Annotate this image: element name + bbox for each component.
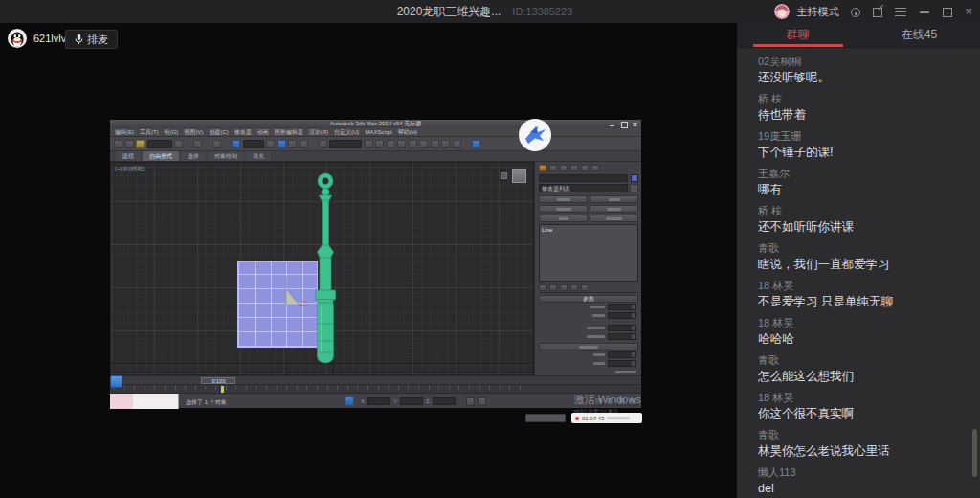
max-captured-window: Autodesk 3ds Max 2014 x64 无标题 编辑(E)工具(T)… (110, 120, 641, 414)
minimize-button[interactable] (919, 6, 930, 17)
modifier-stack: Line (539, 224, 638, 282)
chat-message-author: 桥 桉 (758, 93, 967, 105)
render-frame-icon (441, 140, 450, 148)
param-spinner (608, 333, 636, 340)
max-menu-item: 工具(T) (140, 128, 159, 137)
render-setup-icon (431, 140, 439, 148)
record-mode-icon[interactable] (851, 8, 860, 17)
selection-filter-field (147, 140, 172, 148)
ribbon-tab: 填充 (246, 151, 271, 161)
coord-system-field (243, 140, 264, 148)
param-spinner (608, 351, 636, 358)
param-spinner (608, 325, 636, 331)
select-by-name-icon (193, 140, 202, 148)
screen-recorder-bar: 01:07:43 (571, 413, 642, 423)
chat-message-text: 瞎说，我们一直都爱学习 (758, 257, 967, 272)
chat-message-text: 你这个很不真实啊 (758, 406, 967, 421)
sub-rollout-header (539, 343, 638, 351)
ribbon-tab: 建模 (116, 151, 141, 161)
recorder-side-button (525, 414, 566, 422)
chat-message-list[interactable]: 02吴桐桐 还没听够呢。 桥 桉 待也带着 19庞玉珊 下个锤子的课! 王嘉尔 … (737, 48, 980, 497)
modifier-button (539, 215, 588, 222)
coord-y: Y: (393, 397, 423, 405)
video-stage[interactable]: 621lvlv 排麦 Autodesk 3ds Max 2014 x64 无标题 (0, 23, 737, 498)
chat-message: 18 林昊 哈哈哈 (758, 317, 967, 347)
maximize-button[interactable] (943, 8, 952, 17)
param-spinner (608, 312, 636, 319)
align-icon (365, 140, 373, 148)
select-region-icon (212, 140, 221, 148)
microphone-icon (75, 34, 83, 45)
host-mode-button[interactable]: 主持模式 (796, 5, 838, 19)
material-editor-icon (419, 140, 428, 148)
streamer-username: 621lvlv (33, 33, 66, 44)
render-icon (453, 140, 461, 148)
schematic-view-icon (409, 140, 417, 148)
ribbon-tab: 自由形式 (143, 151, 179, 161)
menu-icon[interactable] (895, 7, 906, 18)
isolate-toggle-icon (345, 396, 354, 406)
chat-message: 19庞玉珊 下个锤子的课! (758, 130, 967, 160)
chat-tab[interactable]: 群聊 (737, 23, 858, 47)
max-menu-item: 自定义(U) (334, 128, 359, 137)
bird-logo-watermark (518, 118, 552, 152)
modifier-list-dropdown: 修改器列表 (539, 183, 638, 193)
hierarchy-tab-icon (560, 165, 568, 171)
max-window-title: Autodesk 3ds Max 2014 x64 无标题 (330, 120, 421, 128)
max-window-controls (609, 122, 638, 127)
track-bar-ruler (110, 384, 641, 393)
grid-toggle-icon (466, 397, 475, 406)
chat-message-author: 懒人113 (758, 466, 967, 479)
mirror-icon (319, 140, 327, 148)
help-search-icon (472, 140, 480, 148)
max-menubar: 编辑(E)工具(T)组(G)视图(V)创建(C)修改器动画图形编辑器渲染(R)自… (110, 128, 641, 137)
undo-icon (114, 140, 122, 148)
popout-icon[interactable] (873, 8, 882, 17)
viewport-label: [+][前][线框] (115, 165, 145, 173)
qq-avatar (8, 29, 27, 48)
stack-item: Line (542, 226, 635, 234)
stack-tool-buttons (539, 283, 638, 293)
coord-x: X: (361, 397, 390, 405)
chat-message-text: 哪有 (758, 182, 967, 197)
chat-message: 18 林昊 不是爱学习 只是单纯无聊 (758, 280, 967, 309)
time-slider-handle: 0/100 (201, 377, 235, 384)
chat-message-author: 青歌 (758, 354, 967, 367)
mic-queue-button[interactable]: 排麦 (65, 30, 118, 49)
status-prompt: 选择了 1 个对象 (186, 398, 227, 407)
param-spinner (608, 360, 636, 367)
room-id: ID:13385223 (512, 6, 572, 17)
model-3d-object (111, 163, 533, 374)
chat-message: 青歌 林昊你怎么老说我心里话 (758, 429, 967, 459)
max-command-panel: 修改器列表 Line (534, 162, 641, 375)
chat-message-text: 下个锤子的课! (758, 145, 967, 160)
max-menu-item: 修改器 (234, 128, 252, 137)
max-status-bar: 选择了 1 个对象 X: Y: Z: (110, 393, 641, 408)
object-name-row (539, 173, 638, 183)
graphite-icon (387, 140, 395, 148)
chat-tab[interactable]: 在线45 (858, 23, 980, 47)
max-main-area: [+][前][线框] (110, 162, 641, 375)
chat-message-author: 18 林昊 (758, 317, 967, 329)
configure-sets-icon (581, 284, 589, 291)
max-menu-item: 图形编辑器 (275, 128, 303, 137)
chat-scrollbar-thumb[interactable] (972, 429, 977, 477)
utilities-tab-icon (591, 165, 599, 171)
max-menu-item: 创建(C) (209, 128, 228, 137)
viewcube-home-icon (501, 172, 507, 179)
host-avatar[interactable] (774, 4, 790, 19)
object-color-swatch (631, 174, 638, 182)
max-menu-item: 动画 (257, 128, 269, 137)
link-icon (136, 140, 145, 148)
remove-modifier-icon (570, 284, 578, 291)
chat-message: 桥 桉 还不如听听你讲课 (758, 205, 967, 235)
chat-message-text: 待也带着 (758, 107, 967, 123)
create-tab-icon (539, 165, 546, 171)
show-end-result-icon (549, 284, 557, 291)
chat-message: 桥 桉 待也带着 (758, 93, 967, 123)
chat-message-text: 林昊你怎么老说我心里话 (758, 443, 967, 459)
chat-panel: 群聊在线45 02吴桐桐 还没听够呢。 桥 桉 待也带着 19庞玉珊 下个锤子的… (737, 23, 980, 498)
chat-message: 青歌 瞎说，我们一直都爱学习 (758, 242, 967, 272)
close-button[interactable]: × (965, 6, 972, 17)
time-slider-bar: 0/100 (110, 375, 641, 384)
